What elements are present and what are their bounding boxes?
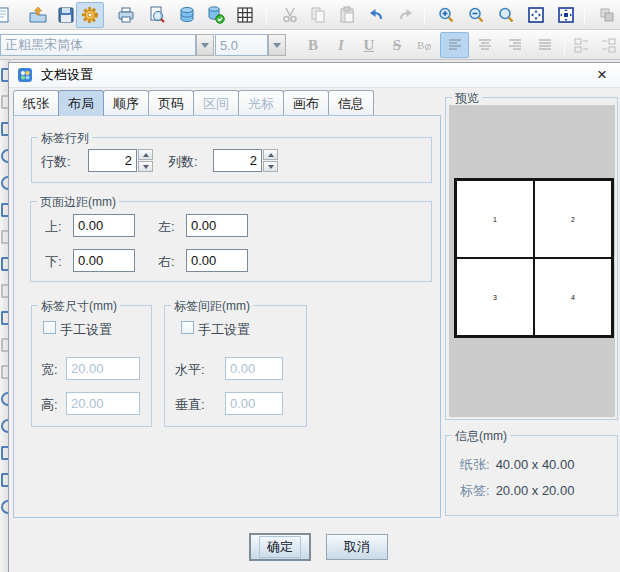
tool-sliver[interactable] — [1, 392, 8, 406]
margin-left-label: 左: — [158, 218, 175, 236]
zoom-in-icon[interactable] — [432, 2, 460, 28]
preview-cell-4: 4 — [534, 258, 612, 336]
copy-icon — [304, 2, 332, 28]
tool-sliver[interactable] — [1, 446, 8, 460]
grid-icon[interactable] — [231, 2, 259, 28]
height-label: 高: — [41, 396, 58, 414]
fit-selection-icon[interactable] — [552, 2, 580, 28]
app-icon — [17, 67, 33, 83]
main-toolbar — [0, 0, 620, 30]
font-size-select[interactable]: 5.0 — [215, 34, 268, 56]
font-family-dropdown-icon[interactable] — [196, 34, 214, 56]
vgap-input: 0.00 — [225, 392, 283, 415]
font-family-value: 正粗黑宋简体 — [5, 36, 83, 54]
manual-gap-checkbox[interactable] — [181, 321, 194, 334]
toolbar-separator — [564, 34, 565, 55]
format-toolbar: 正粗黑宋简体 5.0 B I U S B — [0, 30, 620, 60]
print-preview-icon[interactable] — [143, 2, 171, 28]
zoom-out-icon[interactable] — [462, 2, 490, 28]
cols-label: 列数: — [168, 153, 198, 171]
tab-order[interactable]: 顺序 — [103, 90, 149, 116]
undo-icon[interactable] — [362, 2, 390, 28]
underline-button: U — [355, 33, 383, 57]
tool-sliver[interactable] — [1, 473, 8, 487]
align-left-icon[interactable] — [440, 32, 469, 58]
tool-sliver[interactable] — [1, 257, 8, 271]
width-input: 20.00 — [66, 357, 140, 380]
margin-top-input[interactable]: 0.00 — [73, 214, 135, 237]
tool-sliver[interactable] — [1, 122, 8, 136]
rowcol-group-title: 标签行列 — [38, 130, 92, 147]
database-icon[interactable] — [173, 2, 201, 28]
cols-spin-up[interactable] — [263, 149, 278, 160]
font-family-select[interactable]: 正粗黑宋简体 — [0, 34, 196, 56]
print-icon[interactable] — [112, 2, 140, 28]
tab-info[interactable]: 信息 — [328, 90, 374, 116]
label-size-group: 标签尺寸(mm) 手工设置 宽: 20.00 高: 20.00 — [31, 305, 152, 427]
margin-right-input[interactable]: 0.00 — [186, 249, 248, 272]
cut-icon — [276, 2, 304, 28]
preview-grid: 1 2 3 4 — [454, 178, 614, 338]
preview-cell-1: 1 — [456, 180, 534, 258]
align-center-icon[interactable] — [470, 32, 499, 58]
tab-canvas[interactable]: 画布 — [283, 90, 329, 116]
rows-spinner: 2 — [88, 149, 153, 172]
tab-cursor: 光标 — [238, 90, 284, 116]
rows-spin-up[interactable] — [138, 149, 153, 160]
label-info-label: 标签: — [460, 483, 490, 498]
label-gap-group: 标签间距(mm) 手工设置 水平: 0.00 垂直: 0.00 — [164, 305, 307, 427]
tool-sliver[interactable] — [1, 500, 8, 514]
close-icon[interactable]: × — [592, 65, 612, 85]
align-justify-icon[interactable] — [530, 32, 559, 58]
tool-sliver[interactable] — [1, 176, 8, 190]
tool-sliver[interactable] — [1, 149, 8, 163]
ok-button-label: 确定 — [259, 536, 301, 558]
margin-right-label: 右: — [158, 253, 175, 271]
preview-cell-3: 3 — [456, 258, 534, 336]
bold-button: B — [299, 33, 327, 57]
dialog-tabs: 纸张 布局 顺序 页码 区间 光标 画布 信息 — [13, 90, 373, 116]
tool-sliver[interactable] — [1, 338, 8, 352]
tab-layout[interactable]: 布局 — [58, 90, 104, 116]
tool-sliver[interactable] — [1, 311, 8, 325]
tab-range: 区间 — [193, 90, 239, 116]
tool-sliver[interactable] — [1, 365, 8, 379]
document-settings-icon[interactable] — [76, 2, 104, 28]
tool-sliver[interactable] — [1, 230, 8, 244]
cols-spinner: 2 — [213, 149, 278, 172]
paper-info-value: 40.00 x 40.00 — [496, 457, 575, 472]
italic-button: I — [327, 33, 355, 57]
fit-window-icon[interactable] — [522, 2, 550, 28]
margin-bottom-input[interactable]: 0.00 — [73, 249, 135, 272]
preview-cell-2: 2 — [534, 180, 612, 258]
align-right-icon[interactable] — [500, 32, 529, 58]
tab-paper[interactable]: 纸张 — [13, 90, 59, 116]
cancel-button[interactable]: 取消 — [326, 534, 388, 560]
ok-button[interactable]: 确定 — [249, 533, 311, 561]
cols-input[interactable]: 2 — [213, 149, 262, 172]
redo-icon — [392, 2, 420, 28]
open-icon[interactable] — [24, 2, 52, 28]
new-document-icon[interactable] — [0, 2, 16, 28]
tab-pagenumber[interactable]: 页码 — [148, 90, 194, 116]
tool-sliver[interactable] — [1, 203, 8, 217]
toolbar-separator — [584, 4, 585, 25]
rows-label: 行数: — [41, 153, 71, 171]
rows-spin-down[interactable] — [138, 161, 153, 172]
document-settings-dialog: 文档设置 × 纸张 布局 顺序 页码 区间 光标 画布 信息 标签行列 行数: … — [8, 62, 620, 572]
horizontal-spacing-icon — [570, 32, 594, 58]
manual-size-checkbox[interactable] — [43, 321, 56, 334]
database-connect-icon[interactable] — [202, 2, 230, 28]
layout-tab-panel: 标签行列 行数: 2 列数: 2 页面边距(mm) 上: 0 — [13, 115, 441, 518]
rows-input[interactable]: 2 — [88, 149, 137, 172]
manual-size-label: 手工设置 — [60, 321, 112, 339]
hgap-label: 水平: — [175, 361, 205, 379]
tool-sliver[interactable] — [1, 284, 8, 298]
font-size-dropdown-icon[interactable] — [268, 34, 286, 56]
margin-left-input[interactable]: 0.00 — [186, 214, 248, 237]
tool-sliver[interactable] — [1, 95, 8, 109]
tool-sliver[interactable] — [1, 68, 8, 82]
zoom-reset-icon[interactable] — [492, 2, 520, 28]
tool-sliver[interactable] — [1, 419, 8, 433]
cols-spin-down[interactable] — [263, 161, 278, 172]
